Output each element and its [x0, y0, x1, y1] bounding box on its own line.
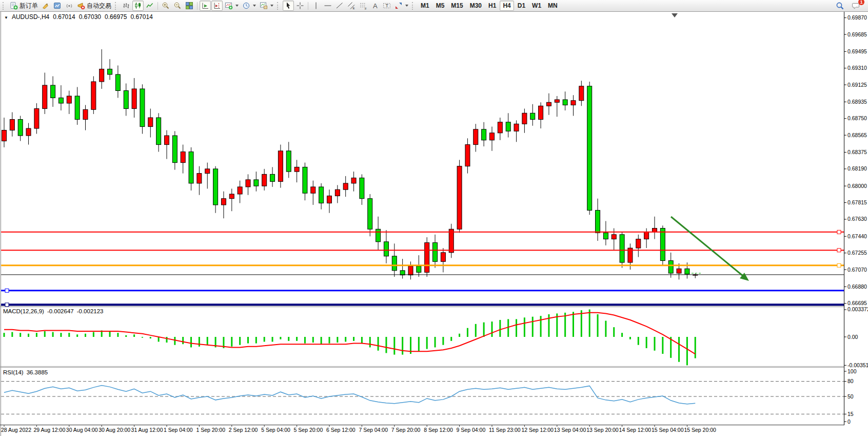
toolbar-grip[interactable]: [3, 2, 6, 10]
candle-body: [197, 174, 202, 183]
timeframe-m15[interactable]: M15: [448, 1, 466, 11]
notification-badge: 1: [858, 0, 864, 5]
line-chart-button[interactable]: [144, 1, 155, 11]
candle-body: [262, 174, 267, 186]
chart-shift-button[interactable]: [211, 1, 223, 11]
date-tick-label: 5 Sep 20:00: [294, 427, 323, 433]
timeframe-h1[interactable]: H1: [485, 1, 499, 11]
date-tick-label: 31 Aug 12:00: [131, 427, 163, 433]
crosshair-button[interactable]: [294, 1, 306, 11]
toolbar-grip[interactable]: [115, 2, 118, 10]
notifications-button[interactable]: 1: [850, 1, 862, 11]
timeframe-h4[interactable]: H4: [500, 1, 514, 11]
timeframe-m30[interactable]: M30: [467, 1, 485, 11]
search-button[interactable]: [834, 1, 846, 11]
date-tick-label: 5 Sep 04:00: [261, 427, 290, 433]
channel-icon: E: [347, 2, 356, 10]
new-order-label: 新订单: [19, 2, 38, 10]
candle-body: [91, 82, 96, 109]
date-tick-label: 29 Aug 12:00: [33, 427, 65, 433]
chart-symbol: AUDUSD-,H4: [12, 13, 49, 21]
toolbar-separator: [157, 2, 158, 10]
candle-body: [644, 232, 649, 239]
chart-shift-icon: [213, 2, 221, 10]
template-button[interactable]: [258, 1, 275, 11]
date-tick-label: 8 Sep 12:00: [424, 427, 453, 433]
chart-canvas[interactable]: 0.698700.696850.694950.693100.691250.689…: [0, 12, 868, 436]
chart-shift-marker[interactable]: [672, 13, 678, 17]
candle-body: [400, 271, 405, 275]
candle-body: [181, 152, 185, 163]
candle-body: [474, 129, 478, 145]
auto-trading-button[interactable]: 自动交易: [75, 1, 113, 11]
chevron-down-icon: [270, 5, 273, 7]
rsi-axis-label: 80: [847, 378, 854, 384]
candle-body: [603, 233, 608, 239]
cursor-button[interactable]: [283, 1, 294, 11]
timeframe-mn[interactable]: MN: [545, 1, 561, 11]
candle-body: [368, 199, 372, 230]
ohlc-close: 0.67014: [130, 13, 152, 21]
candle-body: [506, 122, 510, 131]
candle-body: [140, 89, 145, 127]
fibonacci-button[interactable]: F: [358, 1, 369, 11]
candle-body: [148, 118, 153, 127]
support-line-blue-handle[interactable]: [5, 289, 9, 292]
periods-button[interactable]: [241, 1, 258, 11]
timeframe-m1[interactable]: M1: [418, 1, 432, 11]
styler-button[interactable]: [40, 1, 51, 11]
candle-body: [660, 228, 665, 260]
toolbar-grip[interactable]: [412, 2, 415, 10]
support-line-orange-handle[interactable]: [837, 263, 841, 267]
candle-body: [636, 239, 641, 249]
trend-arrow[interactable]: [671, 217, 743, 276]
toolbar-grip[interactable]: [277, 2, 280, 10]
auto-scroll-button[interactable]: [200, 1, 211, 11]
timeframe-m5[interactable]: M5: [433, 1, 448, 11]
text-button[interactable]: A: [369, 1, 381, 11]
rsi-value: 36.3885: [27, 369, 48, 375]
vertical-line-button[interactable]: [310, 1, 322, 11]
timeframe-d1[interactable]: D1: [515, 1, 528, 11]
candle-body: [311, 187, 315, 193]
bar-chart-button[interactable]: [121, 1, 132, 11]
candle-body: [587, 86, 592, 211]
zoom-out-button[interactable]: [172, 1, 183, 11]
indicators-button[interactable]: [223, 1, 240, 11]
support-line-navy-handle[interactable]: [5, 303, 9, 307]
trendline-icon: [336, 2, 344, 10]
bar-chart-icon: [122, 2, 130, 10]
price-tick-label: 0.69685: [847, 31, 867, 37]
chevron-down-icon[interactable]: ▼: [4, 15, 8, 20]
market-watch-button[interactable]: [52, 1, 63, 11]
candle-body: [677, 269, 681, 273]
toolbar-separator: [197, 2, 198, 10]
macd-label: MACD(12,26,9): [3, 308, 44, 314]
signals-button[interactable]: [64, 1, 75, 11]
price-tick-label: 0.69125: [847, 82, 867, 88]
timeframe-w1[interactable]: W1: [529, 1, 544, 11]
zoom-in-button[interactable]: [160, 1, 171, 11]
auto-trading-icon: [77, 2, 85, 10]
new-order-button[interactable]: 新订单: [8, 1, 40, 11]
trendline-button[interactable]: [334, 1, 345, 11]
label-button[interactable]: T: [381, 1, 392, 11]
candle-body: [579, 86, 584, 101]
horizontal-line-button[interactable]: [322, 1, 333, 11]
price-tick-label: 0.69310: [847, 65, 867, 71]
rsi-line: [4, 385, 695, 404]
candle-body: [83, 109, 88, 119]
price-tick-label: 0.67630: [847, 216, 867, 222]
chevron-down-icon: [405, 5, 408, 7]
candle-body: [457, 166, 462, 230]
signals-icon: [65, 2, 73, 10]
channel-button[interactable]: E: [346, 1, 357, 11]
arrows-button[interactable]: [393, 1, 410, 11]
macd-axis-label: 0.003372: [847, 306, 868, 312]
rsi-axis-label: 0: [847, 419, 851, 425]
resistance-line-1-handle[interactable]: [837, 230, 841, 234]
text-icon: A: [371, 2, 379, 10]
resistance-line-2-handle[interactable]: [837, 249, 841, 252]
tile-windows-button[interactable]: [184, 1, 195, 11]
candlestick-chart-button[interactable]: [132, 1, 144, 11]
